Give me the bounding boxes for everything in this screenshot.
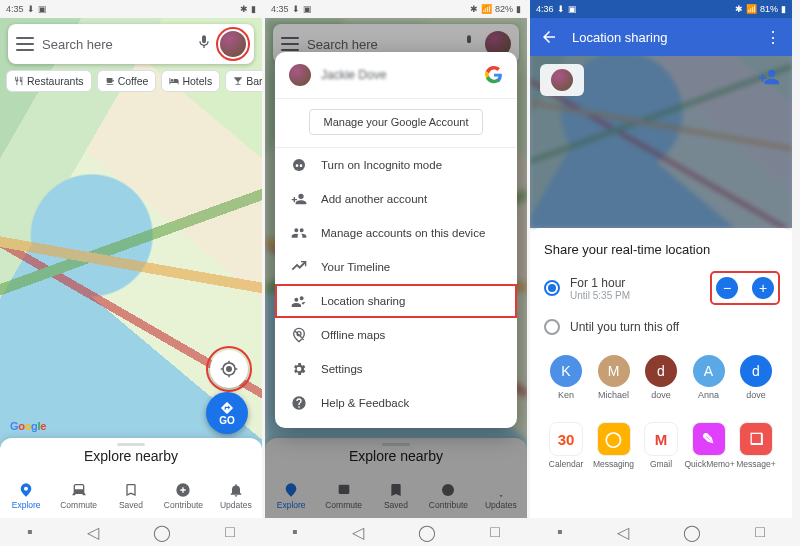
panel-location-sharing: 4:36⬇▣ ✱📶81%▮ Location sharing ⋮ Share y… [530, 0, 792, 546]
manage-account-button[interactable]: Manage your Google Account [309, 109, 484, 135]
explore-nearby-panel: Explore nearby [265, 438, 527, 474]
chip-bars[interactable]: Bars [225, 70, 262, 92]
google-logo-icon [485, 66, 503, 84]
svg-rect-3 [338, 485, 349, 494]
app-messaging[interactable]: ◯Messaging [592, 422, 636, 469]
menu-add-account[interactable]: Add another account [275, 182, 517, 216]
svg-point-1 [296, 164, 299, 167]
share-sheet: Share your real-time location For 1 hour… [530, 228, 792, 518]
self-avatar-chip[interactable] [540, 64, 584, 96]
menu-manage-accounts[interactable]: Manage accounts on this device [275, 216, 517, 250]
person-ken[interactable]: KKen [544, 355, 588, 400]
hamburger-icon[interactable] [16, 37, 34, 51]
menu-incognito[interactable]: Turn on Incognito mode [275, 148, 517, 182]
android-statusbar: 4:35⬇▣ ✱📶82%▮ [265, 0, 527, 18]
tab-commute[interactable]: Commute [52, 474, 104, 518]
nav-overview-icon[interactable]: ▪ [27, 523, 33, 541]
tab-contribute[interactable]: Contribute [157, 474, 209, 518]
menu-your-data[interactable]: Your data in Maps [275, 420, 517, 428]
android-nav-bar: ▪◁◯□ [265, 518, 527, 546]
nav-home-icon[interactable]: ◯ [153, 523, 171, 542]
search-bar[interactable]: Search here [8, 24, 254, 64]
decrease-button[interactable]: − [716, 277, 738, 299]
explore-nearby-panel[interactable]: Explore nearby [0, 438, 262, 474]
menu-settings[interactable]: Settings [275, 352, 517, 386]
search-input[interactable]: Search here [42, 37, 188, 52]
android-nav-bar: ▪◁◯□ [530, 518, 792, 546]
tab-saved[interactable]: Saved [105, 474, 157, 518]
directions-go-button[interactable]: GO [206, 392, 248, 434]
svg-point-2 [300, 164, 303, 167]
option-for-1-hour[interactable]: For 1 hour Until 5:35 PM − + [544, 269, 778, 307]
menu-location-sharing[interactable]: Location sharing [275, 284, 517, 318]
bottom-tabbar: Explore Commute Saved Contribute Updates [0, 474, 262, 518]
panel-maps-home: 4:35⬇▣ ✱▮ Search here Restaurants Coffee… [0, 0, 262, 546]
chip-hotels[interactable]: Hotels [161, 70, 220, 92]
person-michael[interactable]: MMichael [592, 355, 636, 400]
account-sheet: Jackie Dove Manage your Google Account T… [275, 52, 517, 428]
people-row: KKenMMichaelddoveAAnnaddove [544, 355, 778, 400]
app-calendar[interactable]: 30Calendar [544, 422, 588, 469]
menu-timeline[interactable]: Your Timeline [275, 250, 517, 284]
back-icon[interactable] [540, 28, 558, 46]
nav-recents-icon[interactable]: □ [225, 523, 235, 541]
option-until-off[interactable]: Until you turn this off [544, 315, 778, 339]
android-statusbar: 4:35⬇▣ ✱▮ [0, 0, 262, 18]
overflow-icon[interactable]: ⋮ [765, 28, 782, 47]
menu-help[interactable]: Help & Feedback [275, 386, 517, 420]
category-chips: Restaurants Coffee Hotels Bars [6, 70, 262, 92]
chip-restaurants[interactable]: Restaurants [6, 70, 92, 92]
voice-search-icon[interactable] [196, 34, 212, 54]
nav-back-icon[interactable]: ◁ [87, 523, 99, 542]
chip-coffee[interactable]: Coffee [97, 70, 157, 92]
radio-icon[interactable] [544, 280, 560, 296]
increase-button[interactable]: + [752, 277, 774, 299]
account-avatar[interactable] [220, 31, 246, 57]
person-dove[interactable]: ddove [639, 355, 683, 400]
app-message-[interactable]: ❑Message+ [734, 422, 778, 469]
person-dove[interactable]: ddove [734, 355, 778, 400]
tab-explore[interactable]: Explore [0, 474, 52, 518]
duration-stepper: − + [712, 273, 778, 303]
account-avatar[interactable] [289, 64, 311, 86]
google-logo: Google [10, 420, 46, 432]
app-quickmemo-[interactable]: ✎QuickMemo+ [687, 422, 731, 469]
android-statusbar: 4:36⬇▣ ✱📶81%▮ [530, 0, 792, 18]
menu-offline-maps[interactable]: Offline maps [275, 318, 517, 352]
share-heading: Share your real-time location [544, 242, 778, 257]
add-person-icon[interactable] [758, 66, 780, 92]
android-nav-bar: ▪ ◁ ◯ □ [0, 518, 262, 546]
svg-point-0 [293, 159, 305, 171]
panel-account-menu: 4:35⬇▣ ✱📶82%▮ Search here Jackie Dove Ma… [265, 0, 527, 546]
svg-point-4 [442, 484, 454, 496]
bottom-tabbar: Explore Commute Saved Contribute Updates [265, 474, 527, 518]
app-gmail[interactable]: MGmail [639, 422, 683, 469]
my-location-button[interactable] [210, 350, 248, 388]
account-name: Jackie Dove [321, 68, 386, 82]
apps-row: 30Calendar◯MessagingMGmail✎QuickMemo+❑Me… [544, 422, 778, 469]
appbar-title: Location sharing [572, 30, 667, 45]
radio-icon[interactable] [544, 319, 560, 335]
tab-updates[interactable]: Updates [210, 474, 262, 518]
person-anna[interactable]: AAnna [687, 355, 731, 400]
app-bar: Location sharing ⋮ [530, 18, 792, 56]
